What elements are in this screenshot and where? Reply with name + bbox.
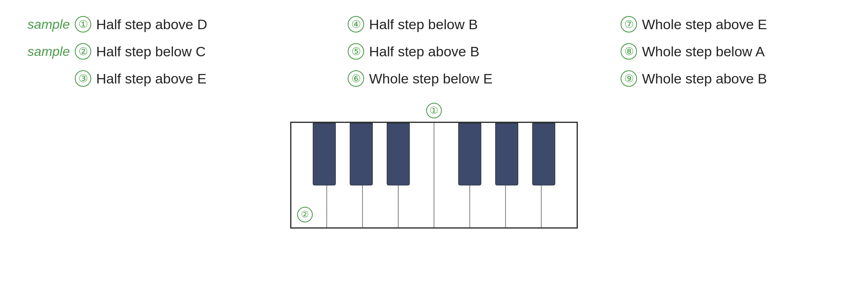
circle-num-q9: ⑨: [621, 70, 637, 87]
question-row-s2: sample②Half step below C: [25, 39, 298, 63]
white-key-6[interactable]: [470, 123, 506, 227]
question-text-q6: Whole step below E: [369, 71, 493, 87]
sample-label-s2: sample: [25, 44, 70, 59]
question-row-q5: sample⑤Half step above B: [298, 39, 570, 63]
questions-grid: sample①Half step above Dsample②Half step…: [25, 12, 843, 90]
question-text-q3: Half step above E: [96, 71, 206, 87]
question-column-3: sample⑦Whole step above Esample⑧Whole st…: [570, 12, 843, 90]
question-text-q7: Whole step above E: [642, 16, 767, 32]
piano-annotation-2: ②: [297, 207, 313, 222]
white-key-2[interactable]: [327, 123, 363, 227]
circle-num-q3: ③: [75, 70, 91, 87]
question-column-2: sample④Half step below Bsample⑤Half step…: [298, 12, 570, 90]
circle-num-q5: ⑤: [348, 43, 364, 60]
question-row-q7: sample⑦Whole step above E: [570, 12, 843, 36]
white-key-7[interactable]: [506, 123, 542, 227]
piano-area: ① ②: [25, 103, 843, 229]
question-text-s1: Half step above D: [96, 16, 207, 32]
question-row-q9: sample⑨Whole step above B: [570, 67, 843, 90]
white-key-8[interactable]: [542, 123, 577, 227]
white-key-3[interactable]: [363, 123, 399, 227]
circle-num-q8: ⑧: [621, 43, 637, 60]
circle-num-q6: ⑥: [348, 70, 364, 87]
content-area: sample①Half step above Dsample②Half step…: [0, 0, 868, 241]
white-key-4[interactable]: [399, 123, 434, 227]
question-text-s2: Half step below C: [96, 44, 205, 60]
sample-label-s1: sample: [25, 17, 70, 32]
question-row-q6: sample⑥Whole step below E: [298, 67, 570, 90]
piano-keyboard: ②: [290, 122, 578, 229]
question-row-q4: sample④Half step below B: [298, 12, 570, 36]
question-column-1: sample①Half step above Dsample②Half step…: [25, 12, 298, 90]
question-row-q8: sample⑧Whole step below A: [570, 39, 843, 63]
question-text-q5: Half step above B: [369, 44, 479, 60]
question-text-q9: Whole step above B: [642, 71, 767, 87]
circle-num-q7: ⑦: [621, 16, 637, 32]
white-keys: [291, 123, 577, 227]
question-text-q4: Half step below B: [369, 16, 478, 32]
question-text-q8: Whole step below A: [642, 44, 765, 60]
question-row-q3: sample③Half step above E: [25, 67, 298, 90]
question-row-s1: sample①Half step above D: [25, 12, 298, 36]
white-key-5[interactable]: [434, 123, 470, 227]
piano-top-label: ①: [426, 103, 442, 118]
circle-num-s1: ①: [75, 16, 91, 32]
piano-label-row: ①: [290, 103, 578, 118]
circle-num-s2: ②: [75, 43, 91, 60]
circle-num-q4: ④: [348, 16, 364, 32]
